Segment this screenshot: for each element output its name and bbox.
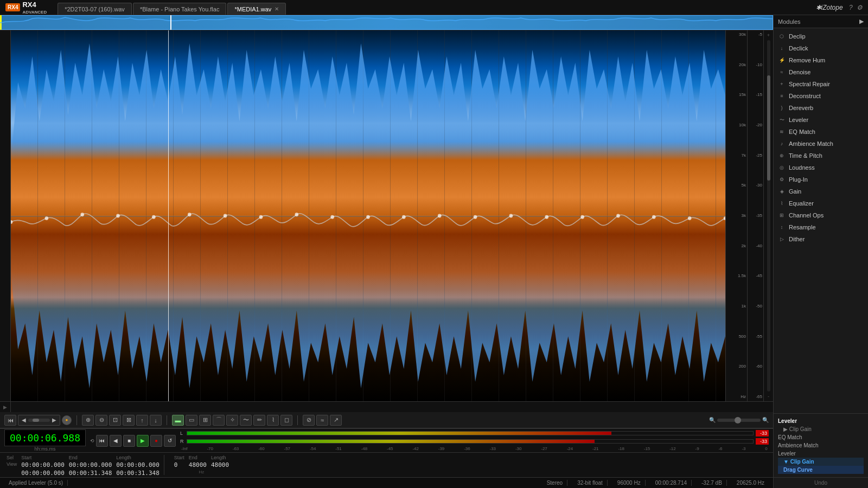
db-values-scale: -5 -10 -15 -20 -25 -30 -35 -40 -45 -50 -… xyxy=(747,30,763,401)
play-btn[interactable]: ▶ xyxy=(137,435,149,447)
sep-2 xyxy=(167,415,167,425)
zoom-out-icon[interactable]: 🔍 xyxy=(709,417,716,423)
magic-wand-btn[interactable]: ✧ xyxy=(226,415,238,426)
module-loudness[interactable]: ◎ Loudness xyxy=(774,162,868,174)
rewind-btn[interactable]: ◀ xyxy=(110,435,122,447)
status-db: -32.7 dB xyxy=(697,480,727,486)
lower-clip-gain2[interactable]: ▼ Clip Gain xyxy=(778,458,864,466)
zoom-in-time-btn[interactable]: ⊕ xyxy=(82,415,94,426)
zoom-out-time-btn[interactable]: ⊖ xyxy=(95,415,107,426)
harmonic-btn[interactable]: 〜 xyxy=(240,415,252,426)
vu-r-bar-container xyxy=(187,439,754,444)
module-denoise[interactable]: ≈ Denoise xyxy=(774,66,868,78)
module-time-pitch[interactable]: ⊕ Time & Pitch xyxy=(774,150,868,162)
orange-marker-btn[interactable]: ● xyxy=(62,415,72,425)
brush-btn[interactable]: ⌇ xyxy=(267,415,279,426)
tab-2[interactable]: *Blame - Piano Takes You.flac xyxy=(133,3,227,15)
module-equalizer[interactable]: ⌇ Equalizer xyxy=(774,197,868,209)
tab-3[interactable]: *MEDIA1.wav ✕ xyxy=(227,3,286,15)
db-val-3: -15 xyxy=(749,93,762,97)
scroll-left-icon: ◀ xyxy=(22,417,26,423)
zoom-out-freq-toolbar[interactable]: ↓ xyxy=(150,415,162,426)
vu-scale-63: -63 xyxy=(233,446,239,451)
gain-label: Gain xyxy=(789,188,801,195)
vertical-scroll: + - xyxy=(763,30,773,401)
resample-label: Resample xyxy=(789,224,816,230)
module-eq-match[interactable]: ≋ EQ Match xyxy=(774,126,868,138)
zoom-slider-track[interactable] xyxy=(717,419,761,422)
tabs-container: *2D2T03-07 (160).wav *Blame - Piano Take… xyxy=(52,0,868,15)
module-dither[interactable]: ▷ Dither xyxy=(774,233,868,245)
eraser-btn[interactable]: ◻ xyxy=(280,415,292,426)
lower-ambience-match-label: Ambience Match xyxy=(778,442,818,448)
tab-1[interactable]: *2D2T03-07 (160).wav xyxy=(58,3,132,15)
waveform-overview[interactable] xyxy=(0,15,773,30)
hz-end-val: 48000 xyxy=(189,461,207,468)
module-declip[interactable]: ⬡ Declip xyxy=(774,30,868,42)
ambience-match-icon: ♪ xyxy=(778,140,786,147)
pitch-env-btn[interactable]: ↗ xyxy=(330,415,342,426)
zoom-in-freq-btn[interactable]: + xyxy=(767,33,770,38)
zoom-sel-btn[interactable]: ⊡ xyxy=(109,415,121,426)
freq-scroll-track[interactable] xyxy=(767,40,770,391)
gain-env-btn[interactable]: ≈ xyxy=(316,415,328,426)
module-remove-hum[interactable]: ⚡ Remove Hum xyxy=(774,54,868,66)
lower-drag-curve-label: Drag Curve xyxy=(783,467,813,473)
zoom-all-btn[interactable]: ⊠ xyxy=(123,415,135,426)
module-declick[interactable]: ↓ Declick xyxy=(774,42,868,54)
loop-btn[interactable]: ↺ xyxy=(164,435,176,447)
fade-btn[interactable]: ⊘ xyxy=(303,415,315,426)
module-deconstruct[interactable]: ≡ Deconstruct xyxy=(774,90,868,102)
record-btn[interactable]: ● xyxy=(150,435,162,447)
vu-scale-42: -42 xyxy=(412,446,419,451)
freq-30k: 30k xyxy=(727,33,746,37)
lower-eq-match[interactable]: EQ Match xyxy=(778,433,864,441)
lower-clip-gain[interactable]: ▶ Clip Gain xyxy=(778,425,864,433)
h-scroll-track[interactable] xyxy=(28,419,50,422)
settings-icon[interactable]: ⚙ xyxy=(857,4,863,11)
module-spectral-repair[interactable]: + Spectral Repair xyxy=(774,78,868,90)
hz-start-val: 0 xyxy=(174,461,184,468)
modules-expand-icon[interactable]: ▶ xyxy=(859,18,864,25)
zoom-in-icon[interactable]: 🔍 xyxy=(762,417,769,423)
zoom-slider-thumb[interactable] xyxy=(735,417,741,423)
hz-end-col: End 48000 xyxy=(189,455,207,468)
spectrogram-visual xyxy=(11,30,725,401)
tab-3-close[interactable]: ✕ xyxy=(275,6,279,12)
modules-header: Modules ▶ xyxy=(774,15,868,28)
lasso-btn[interactable]: ⌒ xyxy=(213,415,225,426)
lower-drag-curve[interactable]: Drag Curve xyxy=(778,466,864,474)
lower-clip-gain2-label: ▼ Clip Gain xyxy=(783,459,814,465)
module-gain[interactable]: ◈ Gain xyxy=(774,185,868,197)
remove-hum-label: Remove Hum xyxy=(789,57,825,63)
module-leveler[interactable]: 〜 Leveler xyxy=(774,114,868,126)
vu-scale-27: -27 xyxy=(541,446,547,451)
stop-btn[interactable]: ■ xyxy=(123,435,135,447)
sel-start-val: 00:00:00.000 xyxy=(21,461,64,468)
vu-scale-51: -51 xyxy=(335,446,342,451)
lower-ambience-match[interactable]: Ambience Match xyxy=(778,441,864,450)
scroll-bar-area[interactable]: ◀ ▶ xyxy=(18,415,60,426)
module-channel-ops[interactable]: ⊞ Channel Ops xyxy=(774,209,868,221)
freq-10k: 10k xyxy=(727,123,746,127)
lower-leveler[interactable]: Leveler xyxy=(778,417,864,425)
module-dereverb[interactable]: ) Dereverb xyxy=(774,102,868,114)
module-ambience-match[interactable]: ♪ Ambience Match xyxy=(774,138,868,150)
select-time-btn[interactable]: ▬ xyxy=(172,415,184,426)
lower-leveler2[interactable]: Leveler xyxy=(778,450,864,458)
module-resample[interactable]: ↕ Resample xyxy=(774,221,868,233)
skip-back-btn[interactable]: ⏮ xyxy=(96,435,108,447)
help-icon[interactable]: ? xyxy=(849,4,853,11)
zoom-out-freq-btn[interactable]: - xyxy=(768,394,769,399)
module-plug-in[interactable]: ⚙ Plug-In xyxy=(774,174,868,185)
spectrogram-container[interactable]: 30k 20k 15k 10k 7k 5k 3k 2k 1.5k 1k 500 … xyxy=(0,30,773,401)
vu-l-bar-container xyxy=(187,431,754,435)
zoom-in-freq-toolbar[interactable]: ↑ xyxy=(136,415,148,426)
select-time-freq-btn[interactable]: ⊞ xyxy=(199,415,211,426)
spectrogram-main[interactable] xyxy=(11,30,725,401)
skip-start-btn[interactable]: ⏮ xyxy=(4,415,16,426)
pencil-btn[interactable]: ✏ xyxy=(253,415,265,426)
tab-3-label: *MEDIA1.wav xyxy=(234,6,271,12)
select-freq-btn[interactable]: ▭ xyxy=(186,415,197,426)
db-val-11: -55 xyxy=(749,335,762,339)
